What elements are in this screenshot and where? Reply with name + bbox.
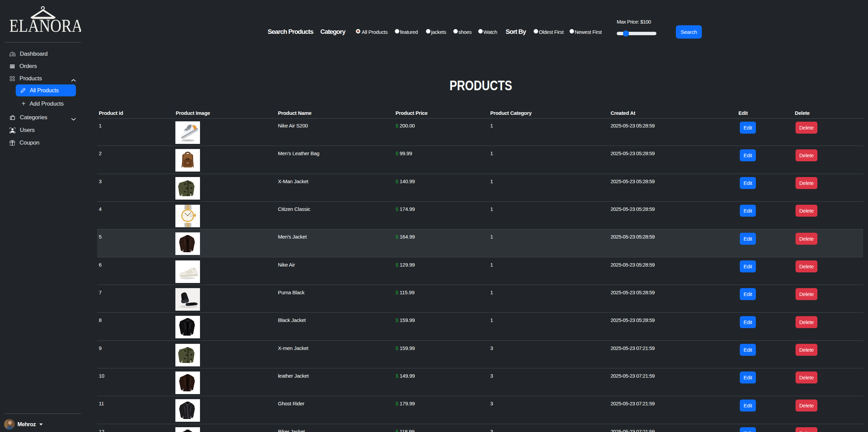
svg-text:ELANORA: ELANORA xyxy=(9,18,81,34)
svg-text:PRODUCTS: PRODUCTS xyxy=(450,78,512,93)
